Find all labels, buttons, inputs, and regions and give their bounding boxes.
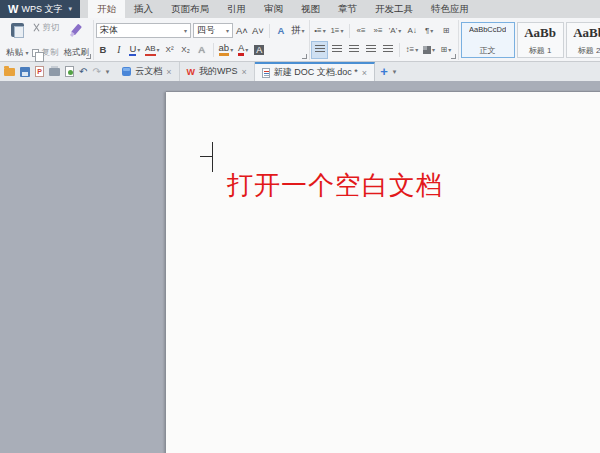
app-title: WPS 文字 [21, 3, 62, 16]
chevron-down-icon: ▾ [415, 46, 418, 53]
brush-icon [71, 24, 82, 36]
bold-button[interactable]: B [96, 42, 110, 58]
font-color-button[interactable]: A▾ [236, 42, 250, 58]
align-right-button[interactable] [346, 42, 361, 58]
line-spacing-button[interactable]: ↕≡▾ [404, 42, 419, 58]
character-border-button[interactable]: A [195, 42, 209, 58]
justify-button[interactable] [363, 42, 378, 58]
tab-home[interactable]: 开始 [88, 0, 125, 18]
margin-crop-mark [200, 156, 212, 157]
align-center-icon [332, 45, 342, 54]
export-pdf-icon[interactable]: P [35, 66, 44, 77]
chevron-down-icon: ▾ [157, 46, 160, 53]
tab-references[interactable]: 引用 [218, 0, 255, 18]
italic-button[interactable]: I [112, 42, 126, 58]
divider [213, 43, 214, 57]
increase-indent-button[interactable]: »≡ [371, 23, 386, 39]
chevron-down-icon[interactable]: ▾ [68, 5, 72, 13]
shading-fill-button[interactable]: ▾ [421, 42, 436, 58]
align-left-button[interactable] [312, 42, 327, 58]
clipboard-dialog-launcher-icon[interactable] [86, 54, 91, 59]
close-icon[interactable]: × [166, 67, 171, 77]
document-page[interactable]: 打开一个空白文档 [166, 92, 600, 453]
document-tab-bar: P ↶ ↷ ▾ 云文档 × W 我的WPS × 新建 DOC 文档.doc * … [0, 62, 600, 81]
chevron-down-icon: ▾ [432, 46, 435, 53]
tab-list-chevron-icon[interactable]: ▾ [393, 62, 401, 81]
tab-view[interactable]: 视图 [292, 0, 329, 18]
paste-button[interactable]: 粘贴 ▾ [6, 21, 28, 59]
bullets-button[interactable]: •≡▾ [312, 23, 327, 39]
text-cursor-caret [212, 142, 213, 172]
superscript-button[interactable]: X² [163, 42, 177, 58]
title-bar: W WPS 文字 ▾ 开始 插入 页面布局 引用 审阅 视图 章节 开发工具 特… [0, 0, 600, 18]
divider [349, 24, 350, 38]
table-button[interactable]: ⊞ [439, 23, 454, 39]
decrease-indent-button[interactable]: «≡ [354, 23, 369, 39]
chevron-down-icon: ▾ [430, 27, 433, 34]
cut-button[interactable]: 剪切 [32, 21, 59, 34]
style-normal[interactable]: AaBbCcDd 正文 [461, 22, 515, 58]
customize-toolbar-chevron-icon[interactable]: ▾ [106, 68, 110, 76]
tab-insert[interactable]: 插入 [125, 0, 162, 18]
print-preview-icon[interactable] [65, 66, 74, 77]
ribbon-tab-strip: 开始 插入 页面布局 引用 审阅 视图 章节 开发工具 特色应用 [88, 0, 478, 18]
tab-developer[interactable]: 开发工具 [366, 0, 422, 18]
shrink-font-button[interactable]: A˅ [251, 23, 265, 39]
tab-page-layout[interactable]: 页面布局 [162, 0, 218, 18]
show-marks-button[interactable]: ¶▾ [422, 23, 437, 39]
chevron-down-icon: ▾ [398, 27, 401, 34]
chevron-down-icon: ▾ [448, 46, 451, 53]
doc-tab-cloud[interactable]: 云文档 × [115, 62, 179, 81]
copy-button[interactable]: 复制 [32, 46, 59, 59]
phonetic-guide-button[interactable]: 拼▾ [290, 23, 306, 39]
doc-tab-my-wps[interactable]: W 我的WPS × [180, 62, 255, 81]
print-icon[interactable] [49, 68, 60, 76]
cloud-docs-icon [122, 67, 131, 76]
close-icon[interactable]: × [242, 67, 247, 77]
open-folder-icon[interactable] [4, 68, 15, 76]
grow-font-button[interactable]: A˄ [235, 23, 249, 39]
font-family-select[interactable]: 宋体▾ [96, 23, 191, 38]
open-document-tabs: 云文档 × W 我的WPS × 新建 DOC 文档.doc * × + ▾ [115, 62, 400, 81]
wps-w-icon: W [187, 67, 196, 77]
sort-button[interactable]: A↓ [405, 23, 420, 39]
paragraph-dialog-launcher-icon[interactable] [451, 54, 456, 59]
chevron-down-icon: ▾ [341, 27, 344, 34]
divider [269, 24, 270, 38]
redo-icon[interactable]: ↷ [92, 67, 100, 77]
style-heading2[interactable]: AaBb 标题 2 [566, 22, 600, 58]
styles-gallery: AaBbCcDd 正文 AaBb 标题 1 AaBb 标题 2 AaBb 标题 … [459, 20, 600, 60]
cut-copy-column: 剪切 复制 [32, 21, 59, 59]
distribute-button[interactable] [380, 42, 395, 58]
copy-icon [32, 49, 39, 57]
align-center-button[interactable] [329, 42, 344, 58]
font-dialog-launcher-icon[interactable] [302, 54, 307, 59]
text-effects-button[interactable]: A [274, 23, 288, 39]
highlight-color-button[interactable]: ab▾ [218, 42, 235, 58]
document-paragraph-text[interactable]: 打开一个空白文档 [227, 168, 443, 203]
chevron-down-icon: ▾ [230, 46, 233, 53]
new-tab-button[interactable]: + [375, 62, 393, 81]
underline-button[interactable]: U▾ [128, 42, 142, 58]
subscript-button[interactable]: X₂ [179, 42, 193, 58]
chevron-down-icon: ▾ [137, 46, 140, 53]
tab-review[interactable]: 审阅 [255, 0, 292, 18]
app-menu-button[interactable]: W WPS 文字 ▾ [0, 0, 80, 18]
save-icon[interactable] [20, 67, 30, 77]
close-icon[interactable]: × [362, 68, 367, 78]
tab-special-features[interactable]: 特色应用 [422, 0, 478, 18]
style-heading1[interactable]: AaBb 标题 1 [517, 22, 564, 58]
quick-access-toolbar: P ↶ ↷ ▾ [0, 62, 115, 81]
doc-tab-new-doc[interactable]: 新建 DOC 文档.doc * × [255, 62, 375, 81]
document-workspace[interactable]: 打开一个空白文档 [0, 81, 600, 453]
strikethrough-button[interactable]: AB▾ [144, 42, 161, 58]
quote-style-button[interactable]: 'A'▾ [388, 23, 403, 39]
fill-bucket-icon [423, 46, 431, 54]
font-size-select[interactable]: 四号▾ [193, 23, 233, 38]
character-shading-button[interactable]: A [252, 42, 266, 58]
distribute-icon [383, 45, 393, 54]
chevron-down-icon: ▾ [323, 27, 326, 34]
undo-icon[interactable]: ↶ [79, 67, 87, 77]
tab-section[interactable]: 章节 [329, 0, 366, 18]
numbering-button[interactable]: 1≡▾ [329, 23, 344, 39]
